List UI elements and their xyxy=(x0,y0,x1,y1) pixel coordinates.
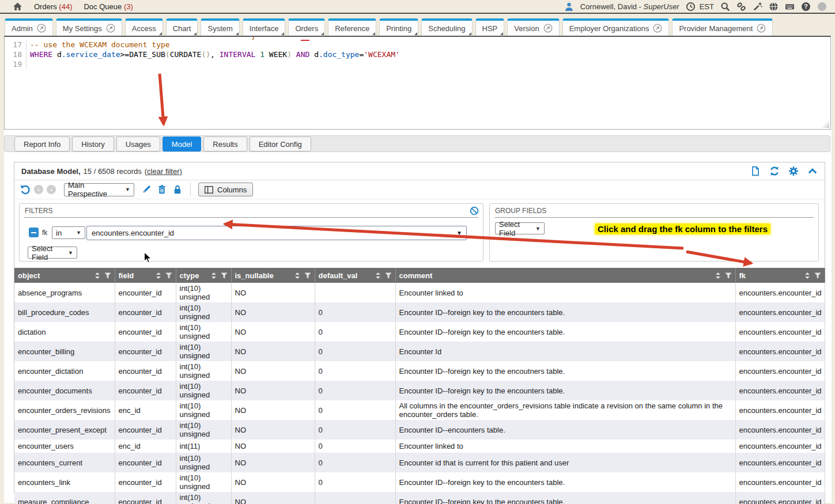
search-icon[interactable] xyxy=(720,2,730,12)
nav-tab-version[interactable]: Version xyxy=(507,18,559,36)
nav-tab-my-settings[interactable]: My Settings xyxy=(56,18,122,36)
refresh-icon[interactable] xyxy=(769,166,780,176)
prev-perspective-button[interactable]: ‹ xyxy=(34,185,43,194)
editor-resize-handle[interactable] xyxy=(822,121,829,128)
nav-tab-reference[interactable]: Reference xyxy=(328,18,376,36)
delete-perspective-icon[interactable] xyxy=(157,184,167,195)
cell-fk[interactable]: encounters.encounter_id xyxy=(735,492,825,504)
table-row[interactable]: encounter_billingencounter_idint(10) uns… xyxy=(14,342,825,361)
lock-perspective-icon[interactable] xyxy=(172,184,183,195)
table-row[interactable]: encounter_documentsencounter_idint(10) u… xyxy=(14,381,825,400)
filter-icon[interactable] xyxy=(725,272,732,279)
filters-select-field[interactable]: Select Field ▼ xyxy=(28,247,77,259)
tab-editor-config[interactable]: Editor Config xyxy=(250,137,311,151)
filter-icon[interactable] xyxy=(221,272,228,279)
column-header-comment[interactable]: comment xyxy=(395,268,735,283)
nav-tab-access[interactable]: Access xyxy=(125,18,163,36)
table-row[interactable]: encounter_orders_revisionsenc_idint(10) … xyxy=(14,400,825,420)
table-row[interactable]: encounter_dictationencounter_idint(10) u… xyxy=(14,361,825,381)
editor-line[interactable]: 19 xyxy=(5,59,830,69)
popout-icon[interactable] xyxy=(37,24,46,33)
tab-history[interactable]: History xyxy=(72,137,114,151)
popout-icon[interactable] xyxy=(106,24,115,33)
dropdown-caret-icon[interactable]: ▼ xyxy=(456,230,462,236)
edit-perspective-icon[interactable] xyxy=(141,184,152,195)
cell-fk[interactable]: encounters.encounter_id xyxy=(735,453,825,472)
column-header-is-nullable[interactable]: is_nullable xyxy=(231,268,315,283)
home-icon[interactable] xyxy=(13,2,22,12)
table-row[interactable]: absence_programsencounter_idint(10) unsi… xyxy=(14,283,825,302)
editor-line[interactable]: 17-- use the WCEXAM document type xyxy=(5,40,830,50)
column-header-default-val[interactable]: default_val xyxy=(315,268,395,283)
perspective-select[interactable]: Main Perspective ▼ xyxy=(64,183,134,196)
sort-icon[interactable] xyxy=(95,272,100,279)
collapse-panel-icon[interactable] xyxy=(807,166,818,176)
nav-tab-hsp[interactable]: HSP xyxy=(475,18,505,36)
new-report-icon[interactable] xyxy=(750,166,761,176)
gear-icon[interactable] xyxy=(788,166,799,176)
column-header-ctype[interactable]: ctype xyxy=(176,268,231,283)
nav-tab-scheduling[interactable]: Scheduling xyxy=(421,18,472,36)
filter-icon[interactable] xyxy=(814,272,821,279)
tab-usages[interactable]: Usages xyxy=(116,137,160,151)
cell-fk[interactable]: encounters.encounter_id xyxy=(735,439,825,453)
clear-filter-link[interactable]: (clear filter) xyxy=(145,167,182,176)
wand-icon[interactable] xyxy=(753,2,762,12)
cell-fk[interactable]: encounters.encounter_id xyxy=(735,420,825,439)
tab-report-info[interactable]: Report Info xyxy=(14,137,70,151)
nav-tab-printing[interactable]: Printing xyxy=(379,18,418,36)
topbar-link-doc-queue[interactable]: Doc Queue (3) xyxy=(84,2,133,11)
nav-tab-interface[interactable]: Interface xyxy=(243,18,286,36)
table-row[interactable]: encounters_linkencounter_idint(10) unsig… xyxy=(14,472,825,492)
filter-icon[interactable] xyxy=(104,272,111,279)
column-header-field[interactable]: field xyxy=(115,268,176,283)
group-select-field[interactable]: Select Field ▼ xyxy=(495,222,545,234)
clock-icon[interactable] xyxy=(686,2,696,12)
remove-filter-button[interactable] xyxy=(29,228,39,237)
nav-tab-orders[interactable]: Orders xyxy=(288,18,325,36)
cell-fk[interactable]: encounters.encounter_id xyxy=(735,283,825,302)
table-row[interactable]: encounter_present_exceptencounter_idint(… xyxy=(14,420,825,439)
sort-icon[interactable] xyxy=(804,272,810,279)
editor-line[interactable]: 18WHERE d.service_date>=DATE_SUB(CURDATE… xyxy=(5,50,830,59)
filter-icon[interactable] xyxy=(304,272,311,279)
sort-icon[interactable] xyxy=(375,272,381,279)
table-row[interactable]: bill_procedure_codesencounter_idint(10) … xyxy=(14,302,825,322)
nav-tab-chart[interactable]: Chart xyxy=(166,18,198,36)
nav-tab-admin[interactable]: Admin xyxy=(5,18,53,36)
tab-results[interactable]: Results xyxy=(203,137,247,151)
column-header-fk[interactable]: fk xyxy=(735,268,825,283)
clear-filters-icon[interactable] xyxy=(470,206,479,215)
next-perspective-button[interactable]: › xyxy=(47,185,56,194)
help-icon[interactable]: ? xyxy=(801,2,811,12)
popout-icon[interactable] xyxy=(543,24,553,33)
link-icon[interactable] xyxy=(736,2,746,12)
column-header-object[interactable]: object xyxy=(14,268,115,283)
columns-button[interactable]: Columns xyxy=(198,183,253,196)
topbar-link-orders[interactable]: Orders (44) xyxy=(34,2,72,11)
cell-fk[interactable]: encounters.encounter_id xyxy=(735,302,825,322)
cell-fk[interactable]: encounters.encounter_id xyxy=(735,342,825,361)
sort-icon[interactable] xyxy=(294,272,300,279)
keyboard-icon[interactable] xyxy=(785,2,795,12)
filter-icon[interactable] xyxy=(385,272,392,279)
nav-tab-employer-organizations[interactable]: Employer Organizations xyxy=(562,18,670,36)
sql-editor[interactable]: } 17-- use the WCEXAM document type18WHE… xyxy=(4,36,831,130)
table-row[interactable]: dictationencounter_idint(10) unsignedNO0… xyxy=(14,322,825,342)
globe-icon[interactable] xyxy=(769,2,779,12)
popout-icon[interactable] xyxy=(653,24,662,33)
revert-perspective-icon[interactable] xyxy=(20,184,31,195)
filter-operator-select[interactable]: in ▼ xyxy=(52,226,85,239)
cell-fk[interactable]: encounters.encounter_id xyxy=(735,361,825,381)
sort-icon[interactable] xyxy=(156,272,161,279)
table-row[interactable]: encounters_currentencounter_idint(10) un… xyxy=(14,453,825,472)
sort-icon[interactable] xyxy=(211,272,217,279)
popout-icon[interactable] xyxy=(757,24,766,33)
cell-fk[interactable]: encounters.encounter_id xyxy=(735,400,825,420)
sort-icon[interactable] xyxy=(715,272,721,279)
table-row[interactable]: encounter_usersenc_idint(11)NO0Encounter… xyxy=(14,439,825,453)
nav-tab-provider-management[interactable]: Provider Management xyxy=(672,18,773,36)
table-row[interactable]: measure_complianceencounter_idint(10) un… xyxy=(14,492,825,504)
cell-fk[interactable]: encounters.encounter_id xyxy=(735,381,825,400)
filter-value-input[interactable]: encounters.encounter_id ▼ xyxy=(86,226,467,240)
